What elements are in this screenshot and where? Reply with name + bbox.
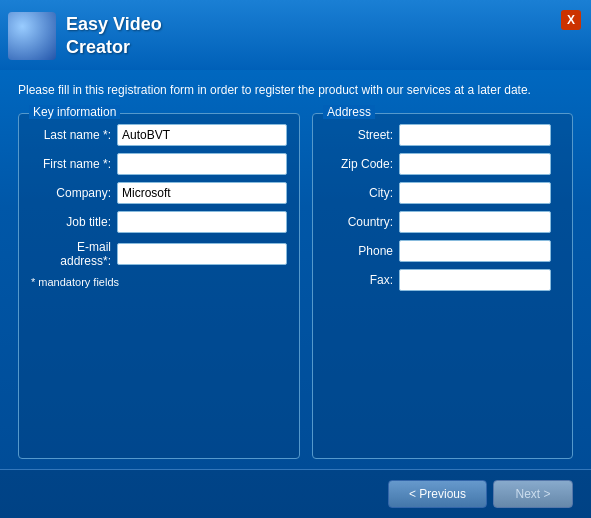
first-name-label: First name *: [31, 157, 111, 171]
app-logo [8, 12, 56, 60]
main-window: Easy Video Creator X Please fill in this… [0, 0, 591, 518]
phone-input[interactable] [399, 240, 551, 262]
city-label: City: [325, 186, 393, 200]
country-row: Country: [325, 211, 560, 233]
app-title: Easy Video Creator [66, 13, 162, 60]
city-input[interactable] [399, 182, 551, 204]
last-name-label: Last name *: [31, 128, 111, 142]
description-text: Please fill in this registration form in… [18, 82, 573, 99]
street-input[interactable] [399, 124, 551, 146]
street-label: Street: [325, 128, 393, 142]
company-label: Company: [31, 186, 111, 200]
email-input[interactable] [117, 243, 287, 265]
company-input[interactable] [117, 182, 287, 204]
email-label: E-mailaddress*: [31, 240, 111, 269]
content-area: Please fill in this registration form in… [0, 70, 591, 469]
next-button[interactable]: Next > [493, 480, 573, 508]
last-name-input[interactable] [117, 124, 287, 146]
job-title-label: Job title: [31, 215, 111, 229]
country-input[interactable] [399, 211, 551, 233]
address-group: Address Street: Zip Code: City: Country: [312, 113, 573, 459]
street-row: Street: [325, 124, 560, 146]
last-name-row: Last name *: [31, 124, 287, 146]
fax-label: Fax: [325, 273, 393, 287]
fax-input[interactable] [399, 269, 551, 291]
mandatory-note: * mandatory fields [31, 276, 287, 288]
first-name-row: First name *: [31, 153, 287, 175]
job-title-input[interactable] [117, 211, 287, 233]
city-row: City: [325, 182, 560, 204]
key-info-title: Key information [29, 105, 120, 119]
zip-row: Zip Code: [325, 153, 560, 175]
email-row: E-mailaddress*: [31, 240, 287, 269]
footer: < Previous Next > [0, 469, 591, 518]
previous-button[interactable]: < Previous [388, 480, 487, 508]
close-button[interactable]: X [561, 10, 581, 30]
country-label: Country: [325, 215, 393, 229]
address-title: Address [323, 105, 375, 119]
zip-label: Zip Code: [325, 157, 393, 171]
key-info-group: Key information Last name *: First name … [18, 113, 300, 459]
company-row: Company: [31, 182, 287, 204]
phone-label: Phone [325, 244, 393, 258]
title-bar: Easy Video Creator X [0, 0, 591, 70]
zip-input[interactable] [399, 153, 551, 175]
fax-row: Fax: [325, 269, 560, 291]
first-name-input[interactable] [117, 153, 287, 175]
job-title-row: Job title: [31, 211, 287, 233]
forms-container: Key information Last name *: First name … [18, 113, 573, 459]
phone-row: Phone [325, 240, 560, 262]
